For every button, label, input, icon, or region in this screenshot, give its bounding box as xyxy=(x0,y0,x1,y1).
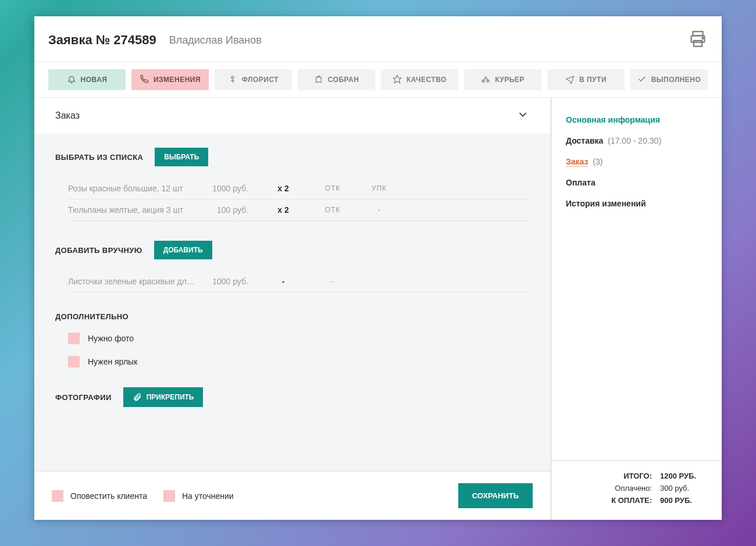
total-val: 300 руб. xyxy=(660,484,708,493)
section-manual: ДОБАВИТЬ ВРУЧНУЮ ДОБАВИТЬ Листочки зелен… xyxy=(55,241,529,292)
status-label: В ПУТИ xyxy=(579,76,607,84)
section-manual-title: ДОБАВИТЬ ВРУЧНУЮ xyxy=(55,246,142,255)
status-quality[interactable]: КАЧЕСТВО xyxy=(381,69,458,90)
status-new[interactable]: НОВАЯ xyxy=(48,69,126,90)
sidebar-item-label: Заказ xyxy=(566,157,588,167)
attach-button-label: ПРИКРЕПИТЬ xyxy=(147,393,194,401)
section-list: ВЫБРАТЬ ИЗ СПИСКА ВЫБРАТЬ Розы красные б… xyxy=(55,148,529,221)
item-col1: ОТК xyxy=(306,206,359,214)
svg-point-4 xyxy=(231,76,234,78)
item-qty: - xyxy=(260,277,306,286)
notify-checkbox[interactable] xyxy=(52,490,63,502)
header: Заявка № 274589 Владислав Иванов xyxy=(34,16,722,62)
totals: Итого:1200 руб.Оплачено:300 руб.К ОПЛАТЕ… xyxy=(552,460,722,520)
sidebar-item[interactable]: История изменений xyxy=(566,193,708,214)
section-toggle-order[interactable]: Заказ xyxy=(34,98,550,134)
table-row[interactable]: Розы красные большие, 12 шт1000 руб.x 2О… xyxy=(68,178,529,199)
status-packed[interactable]: СОБРАН xyxy=(298,69,375,90)
status-bar: НОВАЯИЗМЕНЕНИЯФЛОРИСТСОБРАНКАЧЕСТВОКУРЬЕ… xyxy=(34,62,722,98)
phone-icon xyxy=(140,74,149,85)
item-col1: ОТК xyxy=(306,184,359,192)
status-done[interactable]: ВЫПОЛНЕНО xyxy=(630,69,708,90)
bike-icon xyxy=(481,74,490,85)
chevron-down-icon xyxy=(516,108,529,123)
paperclip-icon xyxy=(133,392,142,402)
item-price: 1000 руб. xyxy=(196,184,260,193)
status-transit[interactable]: В ПУТИ xyxy=(547,69,625,90)
status-label: ИЗМЕНЕНИЯ xyxy=(154,76,201,84)
modal-card: Заявка № 274589 Владислав Иванов НОВАЯИЗ… xyxy=(34,16,722,520)
item-col1: - xyxy=(306,277,359,286)
total-val: 900 РУБ. xyxy=(660,496,708,505)
section-extra: ДОПОЛНИТЕЛЬНО Нужно фотоНужен ярлык xyxy=(55,312,529,367)
status-label: ВЫПОЛНЕНО xyxy=(651,76,701,84)
section-photos-title: ФОТОГРАФИИ xyxy=(55,393,112,402)
extra-option[interactable]: Нужен ярлык xyxy=(68,356,529,367)
bell-icon xyxy=(67,74,76,85)
bag-icon xyxy=(314,74,323,85)
table-row[interactable]: Листочки зеленые красивые для украшен100… xyxy=(68,271,529,292)
notify-option[interactable]: Оповестить клиента xyxy=(52,490,147,502)
total-val: 1200 руб. xyxy=(660,472,708,480)
status-label: СОБРАН xyxy=(328,76,359,84)
total-key: Оплачено: xyxy=(615,484,652,493)
sidebar-item-label: Основная информация xyxy=(566,115,660,124)
item-name: Розы красные большие, 12 шт xyxy=(68,184,196,193)
star-icon xyxy=(393,74,402,85)
hold-label: На уточнении xyxy=(182,491,234,501)
item-col2: - xyxy=(359,206,400,214)
svg-rect-2 xyxy=(694,41,702,47)
table-row[interactable]: Тюльпаны желтые, акция 3 шт100 руб.x 2ОТ… xyxy=(68,199,529,221)
sidebar-item-label: Оплата xyxy=(566,178,595,187)
section-list-title: ВЫБРАТЬ ИЗ СПИСКА xyxy=(55,153,143,162)
extra-checkbox[interactable] xyxy=(68,356,80,367)
sidebar-item-label: История изменений xyxy=(566,199,646,208)
status-florist[interactable]: ФЛОРИСТ xyxy=(215,69,292,90)
total-row: К ОПЛАТЕ:900 РУБ. xyxy=(566,496,708,505)
extra-checkbox[interactable] xyxy=(68,333,80,344)
sidebar-item[interactable]: Оплата xyxy=(566,172,708,193)
status-label: КУРЬЕР xyxy=(495,76,525,84)
hold-checkbox[interactable] xyxy=(163,490,175,502)
check-icon xyxy=(637,74,647,85)
printer-icon xyxy=(688,29,708,49)
add-button[interactable]: ДОБАВИТЬ xyxy=(154,241,212,259)
page-title: Заявка № 274589 xyxy=(48,33,156,48)
extra-label: Нужен ярлык xyxy=(88,357,137,366)
save-button[interactable]: СОХРАНИТЬ xyxy=(458,483,533,508)
attach-button[interactable]: ПРИКРЕПИТЬ xyxy=(123,387,204,407)
item-qty: x 2 xyxy=(260,205,306,215)
section-extra-title: ДОПОЛНИТЕЛЬНО xyxy=(55,312,129,321)
status-label: НОВАЯ xyxy=(81,76,108,84)
sidebar-item[interactable]: Доставка (17.00 - 20.30) xyxy=(566,130,708,151)
select-button[interactable]: ВЫБРАТЬ xyxy=(155,148,208,166)
total-row: Оплачено:300 руб. xyxy=(566,484,708,493)
total-key: К ОПЛАТЕ: xyxy=(611,496,652,505)
sidebar-item-meta: (17.00 - 20.30) xyxy=(608,136,661,145)
notify-label: Оповестить клиента xyxy=(70,491,147,501)
user-name: Владислав Иванов xyxy=(169,34,262,47)
status-changes[interactable]: ИЗМЕНЕНИЯ xyxy=(131,69,209,90)
svg-point-3 xyxy=(702,37,703,38)
section-toggle-label: Заказ xyxy=(55,110,80,121)
item-name: Листочки зеленые красивые для украшен xyxy=(68,277,196,286)
sidebar-item-meta: (3) xyxy=(593,157,602,166)
total-row: Итого:1200 руб. xyxy=(566,472,708,480)
item-price: 100 руб. xyxy=(196,205,260,215)
print-button[interactable] xyxy=(688,29,708,51)
sidebar-item-label: Доставка xyxy=(566,136,603,145)
status-courier[interactable]: КУРЬЕР xyxy=(464,69,541,90)
footer: Оповестить клиента На уточнении СОХРАНИТ… xyxy=(34,470,550,520)
extra-option[interactable]: Нужно фото xyxy=(68,333,529,344)
sidebar-item[interactable]: Заказ (3) xyxy=(566,151,708,172)
item-price: 1000 руб. xyxy=(196,277,260,286)
sidebar-item[interactable]: Основная информация xyxy=(566,109,708,130)
item-name: Тюльпаны желтые, акция 3 шт xyxy=(68,205,196,215)
status-label: ФЛОРИСТ xyxy=(242,76,279,84)
hold-option[interactable]: На уточнении xyxy=(163,490,234,502)
sidebar-nav: Основная информацияДоставка (17.00 - 20.… xyxy=(552,98,722,226)
section-photos: ФОТОГРАФИИ ПРИКРЕПИТЬ xyxy=(55,387,529,407)
extra-label: Нужно фото xyxy=(88,334,134,343)
total-key: Итого: xyxy=(623,472,652,480)
status-label: КАЧЕСТВО xyxy=(406,76,447,84)
